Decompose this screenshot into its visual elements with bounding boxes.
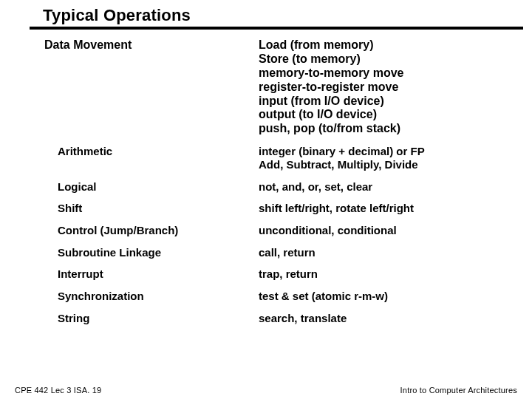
detail-line: Store (to memory) [259, 52, 510, 66]
detail-line: shift left/right, rotate left/right [259, 202, 510, 215]
category-details: unconditional, conditional [259, 224, 510, 237]
detail-line: search, translate [259, 312, 510, 325]
category-details: Load (from memory) Store (to memory) mem… [259, 38, 510, 136]
category-label: Control (Jump/Branch) [44, 224, 259, 236]
category-label: Subroutine Linkage [44, 246, 259, 259]
category-details: trap, return [259, 267, 510, 281]
detail-line: not, and, or, set, clear [259, 180, 510, 194]
detail-line: Add, Subtract, Multiply, Divide [259, 158, 510, 171]
footer-right: Intro to Computer Architectures [400, 386, 517, 395]
detail-line: register-to-register move [259, 81, 510, 95]
category-details: search, translate [259, 312, 510, 325]
category-label: Interrupt [44, 267, 259, 280]
category-label: Logical [44, 180, 259, 193]
footer-left: CPE 442 Lec 3 ISA. 19 [15, 386, 101, 395]
row-synchronization: Synchronization test & set (atomic r-m-w… [44, 290, 510, 303]
detail-line: input (from I/O device) [259, 95, 510, 109]
detail-line: Load (from memory) [259, 38, 510, 52]
detail-line: push, pop (to/from stack) [259, 122, 510, 136]
row-control: Control (Jump/Branch) unconditional, con… [44, 224, 510, 237]
row-string: String search, translate [44, 312, 510, 325]
row-data-movement: Data Movement Load (from memory) Store (… [44, 38, 510, 136]
category-details: not, and, or, set, clear [259, 180, 510, 194]
slide: Typical Operations Data Movement Load (f… [0, 0, 532, 399]
row-logical: Logical not, and, or, set, clear [44, 180, 510, 194]
row-shift: Shift shift left/right, rotate left/righ… [44, 202, 510, 215]
category-details: test & set (atomic r-m-w) [259, 290, 510, 303]
detail-line: output (to I/O device) [259, 108, 510, 122]
row-arithmetic: Arithmetic integer (binary + decimal) or… [44, 145, 510, 171]
detail-line: call, return [259, 246, 510, 259]
row-subroutine: Subroutine Linkage call, return [44, 246, 510, 259]
row-interrupt: Interrupt trap, return [44, 267, 510, 281]
category-label: Data Movement [44, 38, 259, 52]
detail-line: unconditional, conditional [259, 224, 510, 237]
detail-line: test & set (atomic r-m-w) [259, 290, 510, 303]
category-label: Shift [44, 202, 259, 214]
title-rule [30, 27, 523, 30]
category-details: shift left/right, rotate left/right [259, 202, 510, 215]
category-details: integer (binary + decimal) or FP Add, Su… [259, 145, 510, 171]
slide-title: Typical Operations [43, 6, 502, 25]
content-area: Data Movement Load (from memory) Store (… [44, 38, 510, 374]
category-label: String [44, 312, 259, 324]
category-details: call, return [259, 246, 510, 259]
title-wrap: Typical Operations [43, 6, 502, 25]
detail-line: memory-to-memory move [259, 66, 510, 81]
footer: CPE 442 Lec 3 ISA. 19 Intro to Computer … [15, 386, 517, 395]
category-label: Synchronization [44, 290, 259, 302]
category-label: Arithmetic [44, 145, 259, 157]
detail-line: trap, return [259, 267, 510, 281]
detail-line: integer (binary + decimal) or FP [259, 145, 510, 158]
